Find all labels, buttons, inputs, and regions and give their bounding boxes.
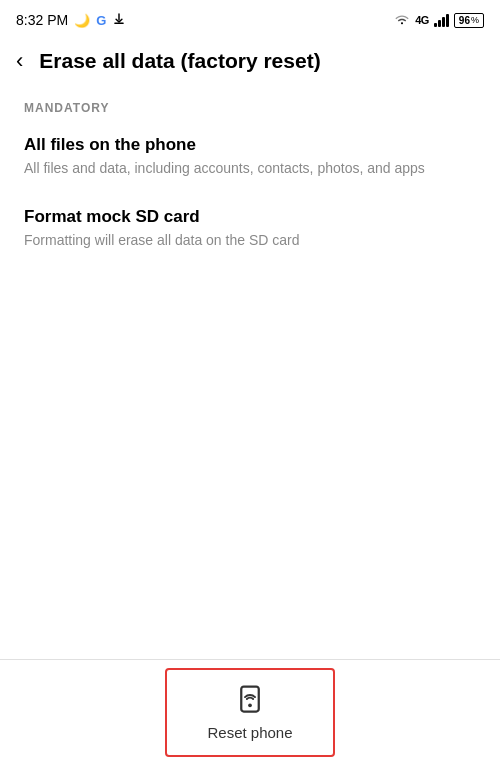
page-header: ‹ Erase all data (factory reset) (0, 36, 500, 85)
mobile-data-icon: 4G (415, 14, 429, 26)
page-title: Erase all data (factory reset) (39, 48, 320, 73)
signal-bars-icon (434, 13, 449, 27)
svg-point-2 (248, 703, 252, 707)
option-sd-card: Format mock SD card Formatting will eras… (24, 207, 476, 251)
wifi-icon (394, 12, 410, 28)
download-icon (112, 11, 126, 29)
moon-icon: 🌙 (74, 13, 90, 28)
option-all-files-title: All files on the phone (24, 135, 476, 155)
option-sd-card-title: Format mock SD card (24, 207, 476, 227)
option-all-files: All files on the phone All files and dat… (24, 135, 476, 179)
option-sd-card-desc: Formatting will erase all data on the SD… (24, 231, 476, 251)
reset-phone-icon (235, 684, 265, 718)
battery-level: 96 (459, 15, 470, 26)
reset-phone-label: Reset phone (207, 724, 292, 741)
status-bar: 8:32 PM 🌙 G 4G (0, 0, 500, 36)
battery-icon: 96 % (454, 13, 484, 28)
status-bar-right: 4G 96 % (394, 12, 484, 28)
google-icon: G (96, 13, 106, 28)
bottom-bar: Reset phone (0, 659, 500, 765)
section-label: MANDATORY (24, 101, 476, 115)
content-area: MANDATORY All files on the phone All fil… (0, 85, 500, 294)
option-all-files-desc: All files and data, including accounts, … (24, 159, 476, 179)
svg-rect-1 (241, 687, 259, 712)
status-time: 8:32 PM (16, 12, 68, 28)
status-bar-left: 8:32 PM 🌙 G (16, 11, 126, 29)
reset-phone-button[interactable]: Reset phone (165, 668, 334, 757)
back-button[interactable]: ‹ (16, 50, 23, 72)
